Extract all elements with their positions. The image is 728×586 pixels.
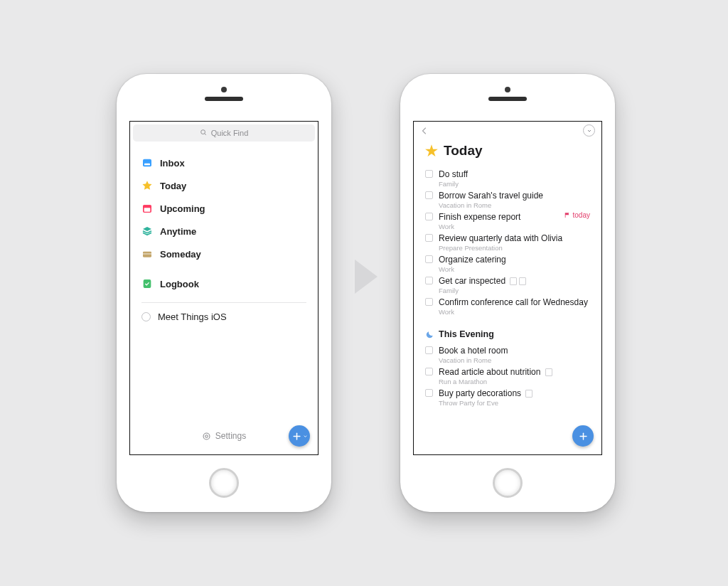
camera-dot — [221, 87, 227, 92]
star-icon — [141, 180, 153, 191]
checkbox[interactable] — [425, 255, 433, 263]
gear-icon[interactable] — [202, 432, 211, 441]
task-row[interactable]: Borrow Sarah's travel guide Vacation in … — [425, 188, 590, 210]
transition-arrow — [355, 260, 378, 294]
task-subtitle: Throw Party for Eve — [439, 399, 590, 407]
quick-find-bar[interactable]: Quick Find — [133, 124, 315, 142]
add-button[interactable] — [289, 425, 310, 447]
nav-label: Logbook — [160, 279, 199, 289]
task-title: Do stuff — [439, 169, 590, 180]
divider — [141, 302, 306, 303]
task-title: Book a hotel room — [439, 346, 590, 356]
chevron-down-icon — [303, 434, 308, 439]
nav-label: Anytime — [160, 226, 196, 237]
project-pie-icon — [141, 312, 151, 321]
nav-item-today[interactable]: Today — [130, 174, 318, 197]
svg-line-1 — [205, 134, 206, 135]
attachment-badges — [510, 277, 526, 285]
moon-icon — [425, 330, 434, 339]
nav-label: Today — [160, 181, 186, 191]
task-row[interactable]: Review quarterly data with Olivia Prepar… — [425, 231, 590, 252]
nav-item-anytime[interactable]: Anytime — [130, 220, 318, 243]
attachment-badges — [545, 368, 552, 376]
task-subtitle: Run a Marathon — [439, 378, 590, 385]
speaker-slit — [488, 97, 527, 101]
checkbox[interactable] — [425, 368, 433, 375]
task-subtitle: Vacation in Rome — [439, 201, 590, 209]
nav-label: Inbox — [160, 158, 185, 169]
nav-item-logbook[interactable]: Logbook — [130, 272, 318, 295]
task-title: Read article about nutrition — [439, 367, 590, 378]
speaker-slit — [205, 97, 243, 101]
attachment-badges — [525, 390, 532, 398]
task-row[interactable]: Organize catering Work — [425, 252, 590, 274]
task-row[interactable]: Do stuff Family — [425, 167, 590, 188]
checkbox[interactable] — [425, 389, 433, 397]
camera-dot — [505, 87, 510, 92]
svg-rect-9 — [144, 279, 151, 288]
calendar-icon — [141, 203, 153, 214]
checkbox[interactable] — [425, 277, 433, 284]
screen-left: Quick Find Inbox — [129, 121, 318, 455]
stack-icon — [141, 225, 153, 237]
svg-point-0 — [200, 130, 205, 134]
task-row[interactable]: Finish expense report Work today — [425, 210, 590, 231]
project-row[interactable]: Meet Things iOS — [130, 306, 318, 328]
home-button[interactable] — [209, 468, 239, 498]
nav-label: Someday — [160, 249, 201, 260]
svg-point-10 — [205, 435, 208, 437]
nav-item-inbox[interactable]: Inbox — [130, 151, 318, 174]
svg-rect-2 — [143, 159, 151, 167]
project-label: Meet Things iOS — [158, 311, 227, 322]
nav-item-someday[interactable]: Someday — [130, 243, 318, 265]
checkbox[interactable] — [425, 170, 433, 178]
task-row[interactable]: Book a hotel room Vacation in Rome — [425, 343, 590, 365]
evening-label: This Evening — [439, 329, 494, 339]
task-subtitle: Prepare Presentation — [439, 244, 590, 252]
page-title: ★ Today — [414, 140, 601, 167]
nav-item-upcoming[interactable]: Upcoming — [130, 197, 318, 220]
svg-point-11 — [203, 433, 210, 440]
task-title: Organize catering — [439, 255, 590, 265]
back-button[interactable] — [420, 125, 429, 139]
drawer-icon — [141, 248, 153, 260]
star-icon: ★ — [425, 144, 438, 158]
title-text: Today — [444, 143, 483, 159]
checkbox[interactable] — [425, 298, 433, 306]
home-button[interactable] — [493, 468, 523, 498]
add-button[interactable] — [572, 425, 594, 447]
deadline-flag: today — [564, 211, 590, 219]
checkbox[interactable] — [425, 213, 433, 220]
settings-label[interactable]: Settings — [215, 431, 246, 441]
checkbox[interactable] — [425, 234, 433, 242]
flag-text: today — [573, 211, 590, 219]
task-subtitle: Family — [439, 287, 590, 294]
search-icon — [200, 129, 207, 137]
task-row[interactable]: Read article about nutrition Run a Marat… — [425, 365, 590, 386]
svg-rect-6 — [144, 208, 151, 211]
task-title: Borrow Sarah's travel guide — [439, 191, 590, 201]
task-subtitle: Work — [439, 308, 590, 316]
task-title: Buy party decorations — [439, 388, 590, 399]
phone-mockup-left: Quick Find Inbox — [117, 74, 331, 512]
collapse-button[interactable] — [583, 124, 595, 137]
nav-label: Upcoming — [160, 203, 205, 214]
task-row[interactable]: Buy party decorations Throw Party for Ev… — [425, 386, 590, 407]
screen-right: ★ Today Do stuff Family Borrow Sarah's t… — [413, 121, 602, 455]
task-subtitle: Vacation in Rome — [439, 356, 590, 364]
task-title: Review quarterly data with Olivia — [439, 233, 590, 244]
quick-find-label: Quick Find — [211, 129, 249, 137]
today-task-list: Do stuff Family Borrow Sarah's travel gu… — [414, 167, 601, 316]
inbox-icon — [141, 157, 153, 169]
checkbox[interactable] — [425, 346, 433, 354]
task-row[interactable]: Get car inspected Family — [425, 274, 590, 295]
task-row[interactable]: Confirm conference call for Wednesday Wo… — [425, 295, 590, 316]
task-title: Confirm conference call for Wednesday — [439, 297, 590, 308]
task-subtitle: Work — [439, 223, 590, 230]
evening-task-list: Book a hotel room Vacation in Rome Read … — [414, 343, 601, 407]
svg-rect-8 — [143, 253, 151, 254]
svg-rect-5 — [143, 205, 151, 207]
task-subtitle: Family — [439, 180, 590, 188]
evening-heading: This Evening — [414, 316, 601, 343]
checkbox[interactable] — [425, 191, 433, 199]
